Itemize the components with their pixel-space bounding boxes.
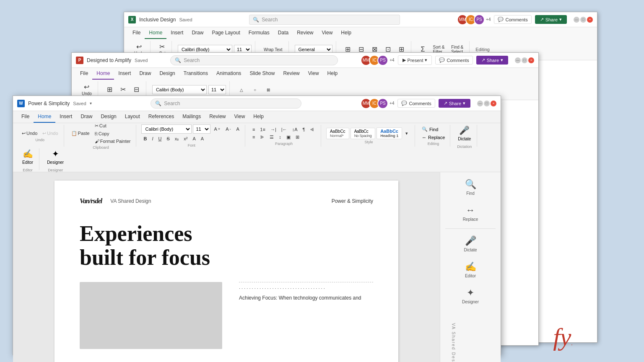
word-side-editor-button[interactable]: ✍ Editor xyxy=(442,259,499,281)
word-underline-button[interactable]: U xyxy=(156,135,164,142)
excel-tab-file[interactable]: File xyxy=(128,27,145,39)
ppt-search-box[interactable]: 🔍 Search xyxy=(170,55,338,65)
word-sort-button[interactable]: ↕A xyxy=(290,126,300,133)
word-editor-button[interactable]: ✍ Editor xyxy=(20,146,36,167)
excel-tab-formulas[interactable]: Formulas xyxy=(244,27,274,39)
word-superscript-button[interactable]: x² xyxy=(182,135,190,142)
word-highlight-button[interactable]: A xyxy=(199,135,206,142)
ppt-tab-review[interactable]: Review xyxy=(279,68,304,80)
word-side-designer-button[interactable]: ✦ Designer xyxy=(442,285,499,307)
word-tab-review[interactable]: Review xyxy=(205,111,230,123)
word-side-dictate-button[interactable]: 🎤 Dictate xyxy=(442,233,499,255)
excel-tab-data[interactable]: Data xyxy=(274,27,293,39)
excel-maximize-button[interactable]: □ xyxy=(580,17,586,23)
ppt-undo-button[interactable]: ↩ Undo xyxy=(79,83,94,97)
ppt-layout-btn[interactable]: ⊟ xyxy=(131,85,143,94)
ppt-tab-animations[interactable]: Animations xyxy=(212,68,245,80)
excel-tab-home[interactable]: Home xyxy=(145,27,166,39)
ppt-share-button[interactable]: ↗ Share ▾ xyxy=(476,56,508,65)
word-tab-references[interactable]: References xyxy=(144,111,178,123)
word-dropdown-icon[interactable]: ▾ xyxy=(90,101,92,106)
word-format-painter-button[interactable]: 🖌 Format Painter xyxy=(93,138,133,145)
word-comments-button[interactable]: 💬 Comments xyxy=(397,99,435,108)
ppt-tab-slide-show[interactable]: Slide Show xyxy=(245,68,279,80)
excel-minimize-button[interactable]: — xyxy=(574,17,579,23)
word-show-marks-button[interactable]: ¶ xyxy=(300,126,307,133)
ppt-new-slide-btn[interactable]: ⊞ xyxy=(104,85,116,94)
excel-tab-view[interactable]: View xyxy=(318,27,337,39)
excel-tab-page-layout[interactable]: Page Layout xyxy=(208,27,244,39)
ppt-tab-insert[interactable]: Insert xyxy=(114,68,135,80)
ppt-tab-transitions[interactable]: Transitions xyxy=(179,68,212,80)
ppt-tab-file[interactable]: File xyxy=(76,68,92,80)
word-line-spacing-button[interactable]: ↕ xyxy=(277,134,283,141)
word-dictate-button[interactable]: 🎤 Dictate xyxy=(455,123,473,144)
excel-tab-review[interactable]: Review xyxy=(293,27,317,39)
word-align-left-button[interactable]: ⫷ xyxy=(308,126,317,133)
word-font-color-button[interactable]: A xyxy=(190,135,197,142)
word-font-select[interactable]: Calibri (Body) xyxy=(141,124,192,134)
excel-tab-draw[interactable]: Draw xyxy=(187,27,208,39)
excel-comments-button[interactable]: 💬 Comments xyxy=(494,15,531,24)
excel-tab-help[interactable]: Help xyxy=(337,27,356,39)
word-subscript-button[interactable]: x₂ xyxy=(173,135,181,142)
ppt-tab-home[interactable]: Home xyxy=(92,68,114,80)
word-tab-view[interactable]: View xyxy=(230,111,249,123)
word-strikethrough-button[interactable]: S xyxy=(164,135,171,142)
word-justify-button[interactable]: ☰ xyxy=(267,134,276,141)
word-undo-button[interactable]: ↩ Undo xyxy=(20,130,39,137)
word-tab-help[interactable]: Help xyxy=(249,111,268,123)
ppt-arrange-btn[interactable]: ⊠ xyxy=(262,87,274,93)
ppt-comments-button[interactable]: 💬 Comments xyxy=(435,56,473,65)
ppt-shape-btn-2[interactable]: ○ xyxy=(249,87,261,93)
ppt-tab-design[interactable]: Design xyxy=(155,68,179,80)
word-redo-button[interactable]: ↩ Undo xyxy=(40,130,60,137)
ppt-present-button[interactable]: ▶ Present ▾ xyxy=(398,55,432,65)
word-replace-button[interactable]: ↔ Replace xyxy=(420,134,447,141)
word-tab-mailings[interactable]: Mailings xyxy=(178,111,205,123)
excel-share-button[interactable]: ↗ Share ▾ xyxy=(535,15,567,24)
word-side-replace-button[interactable]: ↔ Replace xyxy=(442,202,499,224)
word-align-right-button[interactable]: ⫸ xyxy=(258,134,267,141)
ppt-font-select[interactable]: Calibri (Body) xyxy=(152,85,207,94)
word-style-more-button[interactable]: ▾ xyxy=(403,130,410,137)
word-align-center-button[interactable]: ≡ xyxy=(250,134,257,141)
ppt-minimize-button[interactable]: — xyxy=(515,57,521,63)
word-tab-layout[interactable]: Layout xyxy=(121,111,144,123)
word-font-size-select[interactable]: 11 xyxy=(193,124,210,134)
word-copy-button[interactable]: ⎘ Copy xyxy=(93,130,133,137)
word-italic-button[interactable]: I xyxy=(150,135,155,142)
ppt-tab-help[interactable]: Help xyxy=(323,68,342,80)
word-outdent-button[interactable]: |← xyxy=(279,126,289,133)
word-style-normal[interactable]: AaBbCc Normal* xyxy=(326,128,349,139)
word-designer-button[interactable]: ✦ Designer xyxy=(44,146,66,167)
ppt-shape-btn-1[interactable]: △ xyxy=(236,87,247,93)
excel-tab-insert[interactable]: Insert xyxy=(166,27,187,39)
ppt-cut-button[interactable]: ✂ xyxy=(117,85,129,94)
word-borders-button[interactable]: ⊞ xyxy=(293,134,301,141)
word-close-button[interactable]: × xyxy=(491,101,496,106)
word-bullets-button[interactable]: ≡ xyxy=(250,126,257,133)
word-style-heading1[interactable]: AaBbCc Heading 1 xyxy=(377,127,402,139)
word-maximize-button[interactable]: □ xyxy=(484,101,490,106)
word-paste-button[interactable]: 📋 Paste xyxy=(69,130,92,137)
word-tab-home[interactable]: Home xyxy=(34,111,55,123)
word-cut-button[interactable]: ✂ Cut xyxy=(93,122,133,129)
ppt-size-select[interactable]: 11 xyxy=(208,85,226,94)
word-search-box[interactable]: 🔍 Search xyxy=(151,98,301,109)
word-tab-file[interactable]: File xyxy=(17,111,34,123)
word-side-find-button[interactable]: 🔍 Find xyxy=(442,176,499,198)
word-clear-format-button[interactable]: A xyxy=(234,126,242,132)
word-tab-draw[interactable]: Draw xyxy=(76,111,96,123)
word-share-button[interactable]: ↗ Share ▾ xyxy=(439,99,470,108)
word-minimize-button[interactable]: — xyxy=(477,101,483,106)
ppt-close-button[interactable]: × xyxy=(528,57,534,63)
ppt-tab-view[interactable]: View xyxy=(304,68,323,80)
word-shading-button[interactable]: ▣ xyxy=(284,134,293,141)
excel-search-box[interactable]: 🔍 Search xyxy=(249,15,400,25)
word-bold-button[interactable]: B xyxy=(141,135,149,142)
ppt-tab-draw[interactable]: Draw xyxy=(135,68,155,80)
word-tab-insert[interactable]: Insert xyxy=(55,111,76,123)
word-find-button[interactable]: 🔍 Find xyxy=(420,126,447,133)
word-indent-button[interactable]: →| xyxy=(268,126,278,133)
